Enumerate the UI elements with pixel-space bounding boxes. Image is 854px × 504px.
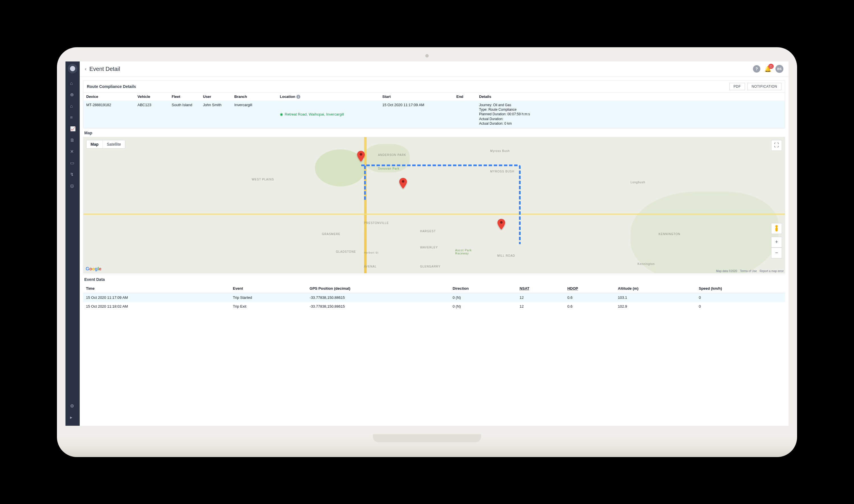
notification-button[interactable]: NOTIFICATION xyxy=(747,83,781,90)
nav-building-icon[interactable]: ⌂ xyxy=(66,101,80,111)
nav-settings-icon[interactable]: ⚙ xyxy=(66,401,80,412)
th-gps: GPS Position (decimal) xyxy=(307,284,450,293)
laptop-base xyxy=(57,434,797,457)
val-device: MT-288819182 xyxy=(84,101,135,128)
top-bar: ‹ Event Detail ? 🔔 21 BS xyxy=(80,61,788,77)
nav-card-icon[interactable]: ▭ xyxy=(66,158,80,168)
location-link[interactable]: Retreat Road, Waihopai, Invercargill xyxy=(285,112,344,116)
th-direction: Direction xyxy=(450,284,517,293)
svg-point-2 xyxy=(500,221,502,224)
cell-direction: 0 (N) xyxy=(450,302,517,311)
map-pin-icon[interactable] xyxy=(497,219,505,230)
col-end: End xyxy=(453,92,476,101)
nav-route-icon[interactable]: ↯ xyxy=(66,169,80,180)
zoom-out-icon[interactable]: − xyxy=(771,248,782,258)
zoom-in-icon[interactable]: + xyxy=(771,237,782,248)
th-speed: Speed (km/h) xyxy=(696,284,785,293)
nav-document-icon[interactable]: 🗎 xyxy=(66,136,80,146)
nav-collapse-icon[interactable]: ▸ xyxy=(66,413,80,423)
cell-altitude: 102.9 xyxy=(615,302,696,311)
nav-globe-icon[interactable]: ⊕ xyxy=(66,90,80,100)
detail-actual-duration: Actual Duration: xyxy=(479,117,782,121)
cell-event: Trip Started xyxy=(230,293,307,302)
help-icon[interactable]: ? xyxy=(753,65,760,73)
val-start: 15 Oct 2020 11:17:09 AM xyxy=(379,101,453,128)
details-panel-title: Route Compliance Details xyxy=(87,84,136,89)
user-avatar[interactable]: BS xyxy=(776,65,783,73)
pdf-button[interactable]: PDF xyxy=(729,83,745,90)
detail-type: Type: Route Compliance xyxy=(479,107,782,112)
screen-bezel: ⌂ ⊕ ⌂ ≡ 📈 🗎 ✕ ▭ ↯ ◎ ⚙ ▸ xyxy=(57,47,797,434)
fullscreen-icon[interactable]: ⛶ xyxy=(771,140,782,151)
map-data-credit: Map data ©2020 xyxy=(716,270,737,273)
table-row[interactable]: 15 Oct 2020 11:18:02 AM Trip Exit -33.77… xyxy=(83,302,785,311)
svg-point-1 xyxy=(402,180,404,183)
cell-time: 15 Oct 2020 11:17:09 AM xyxy=(83,293,230,302)
detail-journey: Journey: Oil and Gas xyxy=(479,103,782,107)
col-user: User xyxy=(200,92,231,101)
cell-event: Trip Exit xyxy=(230,302,307,311)
nav-home-icon[interactable]: ⌂ xyxy=(66,78,80,89)
notifications-bell-icon[interactable]: 🔔 21 xyxy=(764,66,771,72)
val-vehicle: ABC123 xyxy=(135,101,169,128)
map-attribution: Map data ©2020 Terms of Use Report a map… xyxy=(716,270,784,273)
sidebar: ⌂ ⊕ ⌂ ≡ 📈 🗎 ✕ ▭ ↯ ◎ ⚙ ▸ xyxy=(66,61,80,426)
map-section-title: Map xyxy=(83,128,785,137)
nav-sliders-icon[interactable]: ≡ xyxy=(66,113,80,123)
map-type-map[interactable]: Map xyxy=(87,140,103,148)
nav-chart-icon[interactable]: 📈 xyxy=(66,124,80,134)
val-branch: Invercargill xyxy=(231,101,277,128)
map-pin-icon[interactable] xyxy=(357,151,365,162)
cell-gps: -33.77838,150.88615 xyxy=(307,302,450,311)
col-start: Start xyxy=(379,92,453,101)
cell-nsat: 12 xyxy=(517,293,565,302)
page-title: Event Detail xyxy=(89,66,120,72)
val-user: John Smith xyxy=(200,101,231,128)
map-terms-link[interactable]: Terms of Use xyxy=(740,270,757,273)
top-actions: ? 🔔 21 BS xyxy=(753,65,783,73)
event-table: Time Event GPS Position (decimal) Direct… xyxy=(83,284,785,311)
map-provider-logo: Google xyxy=(86,266,101,271)
val-location[interactable]: ◉ Retreat Road, Waihopai, Invercargill xyxy=(277,101,379,128)
map-container[interactable]: WEST PLAINS ANDERSON PARK Donovan Park M… xyxy=(83,137,785,273)
col-device: Device xyxy=(84,92,135,101)
details-panel: Route Compliance Details PDF NOTIFICATIO… xyxy=(83,80,785,128)
val-end xyxy=(453,101,476,128)
map-type-toggle: Map Satellite xyxy=(86,140,125,148)
pegman-icon[interactable] xyxy=(771,223,782,234)
details-panel-header: Route Compliance Details PDF NOTIFICATIO… xyxy=(84,80,785,92)
panel-actions: PDF NOTIFICATION xyxy=(729,83,781,90)
map-pin-icon[interactable] xyxy=(399,178,407,189)
laptop-mockup: ⌂ ⊕ ⌂ ≡ 📈 🗎 ✕ ▭ ↯ ◎ ⚙ ▸ xyxy=(57,47,797,457)
cell-time: 15 Oct 2020 11:18:02 AM xyxy=(83,302,230,311)
main: ‹ Event Detail ? 🔔 21 BS xyxy=(80,61,788,426)
col-vehicle: Vehicle xyxy=(135,92,169,101)
app-logo[interactable] xyxy=(68,64,77,73)
cell-gps: -33.77838,150.88615 xyxy=(307,293,450,302)
sidebar-bottom: ⚙ ▸ xyxy=(66,401,80,423)
col-details: Details xyxy=(476,92,785,101)
col-location: Location i xyxy=(277,92,379,101)
svg-rect-4 xyxy=(776,228,778,231)
map-report-link[interactable]: Report a map error xyxy=(760,270,784,273)
table-row[interactable]: 15 Oct 2020 11:17:09 AM Trip Started -33… xyxy=(83,293,785,302)
notification-badge: 21 xyxy=(768,64,774,69)
screen: ⌂ ⊕ ⌂ ≡ 📈 🗎 ✕ ▭ ↯ ◎ ⚙ ▸ xyxy=(66,61,788,426)
cell-speed: 0 xyxy=(696,302,785,311)
details-grid: Device Vehicle Fleet User Branch Locatio… xyxy=(84,92,785,128)
back-chevron-icon[interactable]: ‹ xyxy=(85,66,87,72)
th-nsat[interactable]: NSAT xyxy=(517,284,565,293)
content-area: Route Compliance Details PDF NOTIFICATIO… xyxy=(80,77,788,426)
cell-hdop: 0.6 xyxy=(565,293,615,302)
cell-direction: 0 (N) xyxy=(450,293,517,302)
nav-steering-icon[interactable]: ◎ xyxy=(66,181,80,191)
info-icon[interactable]: i xyxy=(296,95,300,99)
nav-tools-icon[interactable]: ✕ xyxy=(66,147,80,157)
th-time: Time xyxy=(83,284,230,293)
th-hdop[interactable]: HDOP xyxy=(565,284,615,293)
map-type-satellite[interactable]: Satellite xyxy=(103,140,125,148)
svg-point-3 xyxy=(776,225,778,228)
th-event: Event xyxy=(230,284,307,293)
event-data-title: Event Data xyxy=(83,275,785,284)
map-background xyxy=(84,137,785,273)
